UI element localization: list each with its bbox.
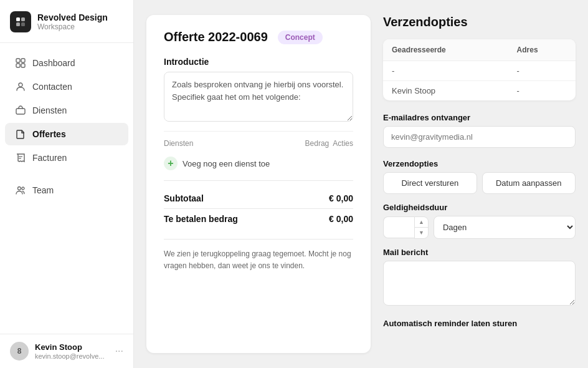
offerte-header: Offerte 2022-0069 Concept <box>164 30 353 44</box>
row1-geadresseerde: - <box>383 61 508 81</box>
direct-versturen-button[interactable]: Direct versturen <box>383 172 477 194</box>
svg-rect-4 <box>16 59 20 62</box>
email-input[interactable] <box>383 126 576 148</box>
table-row: - - <box>383 61 576 81</box>
svg-rect-5 <box>21 59 25 62</box>
main-content: Offerte 2022-0069 Concept Introductie Di… <box>134 0 588 368</box>
avatar: 8 <box>10 342 29 361</box>
geldigheid-label: Geldigheidsduur <box>383 203 576 212</box>
spinner-arrows: ▲ ▼ <box>414 216 429 239</box>
sidebar-item-contacten[interactable]: Contacten <box>5 75 128 98</box>
email-label: E-mailadres ontvanger <box>383 113 576 122</box>
te-betalen-value: € 0,00 <box>329 214 353 224</box>
sidebar-item-facturen[interactable]: Facturen <box>5 147 128 169</box>
offerte-footer-text: We zien je terugkoppeling graag tegemoet… <box>164 239 353 272</box>
svg-point-13 <box>22 187 24 190</box>
subtotaal-value: € 0,00 <box>329 193 353 203</box>
team-icon <box>15 185 26 196</box>
verzend-options: Direct versturen Datum aanpassen <box>383 172 576 194</box>
person-icon <box>15 81 26 92</box>
sidebar-footer: 8 Kevin Stoop kevin.stoop@revolve... ··· <box>0 334 133 368</box>
status-badge: Concept <box>278 31 323 44</box>
verzend-title: Verzendopties <box>383 15 576 29</box>
sidebar-item-offertes[interactable]: Offertes <box>5 123 128 145</box>
mail-textarea[interactable] <box>383 261 576 306</box>
sidebar: Revolved Design Workspace Dashboard <box>0 0 134 368</box>
verzend-options-label: Verzendopties <box>383 159 576 168</box>
row2-adres: - <box>508 81 576 101</box>
intro-textarea[interactable] <box>164 72 353 122</box>
sidebar-item-dashboard[interactable]: Dashboard <box>5 52 128 74</box>
totals-section: Subtotaal € 0,00 Te betalen bedrag € 0,0… <box>164 180 353 229</box>
row1-adres: - <box>508 61 576 81</box>
row2-geadresseerde: Kevin Stoop <box>383 81 508 101</box>
datum-aanpassen-button[interactable]: Datum aanpassen <box>482 172 576 194</box>
adres-table: Geadresseerde Adres - - Kevin Stoop - <box>383 39 576 100</box>
file-icon <box>15 128 26 140</box>
svg-rect-1 <box>21 17 25 21</box>
dashboard-icon <box>15 57 26 69</box>
svg-point-8 <box>19 83 22 87</box>
brand-name: Revolved Design <box>37 12 108 23</box>
sidebar-nav: Dashboard Contacten Diensten <box>0 43 133 334</box>
sidebar-label-diensten: Diensten <box>32 105 67 115</box>
sidebar-item-team[interactable]: Team <box>5 179 128 201</box>
subtotaal-row: Subtotaal € 0,00 <box>164 188 353 208</box>
add-icon: + <box>164 157 178 170</box>
reminder-label: Automatisch reminder laten sturen <box>383 319 576 328</box>
user-name: Kevin Stoop <box>35 342 104 352</box>
geldigheid-unit-select[interactable]: Dagen Weken Maanden <box>434 216 576 239</box>
svg-rect-3 <box>21 22 25 26</box>
sidebar-label-offertes: Offertes <box>32 129 66 139</box>
add-dienst-label: Voeg nog een dienst toe <box>183 159 270 168</box>
app-logo <box>10 11 31 32</box>
intro-label: Introductie <box>164 57 353 67</box>
add-dienst-button[interactable]: + Voeg nog een dienst toe <box>164 152 353 175</box>
subtotaal-label: Subtotaal <box>164 193 204 203</box>
svg-rect-7 <box>21 64 25 67</box>
svg-rect-9 <box>16 109 25 114</box>
svg-rect-0 <box>16 17 20 21</box>
verzend-panel: Verzendopties Geadresseerde Adres - - Ke… <box>383 15 576 353</box>
mail-label: Mail bericht <box>383 248 576 257</box>
table-row: Kevin Stoop - <box>383 81 576 101</box>
col-adres: Adres <box>508 39 576 61</box>
te-betalen-label: Te betalen bedrag <box>164 214 238 224</box>
col-geadresseerde: Geadresseerde <box>383 39 508 61</box>
sidebar-label-team: Team <box>32 185 54 195</box>
diensten-col: Diensten <box>164 139 193 148</box>
user-email: kevin.stoop@revolve... <box>35 352 104 360</box>
geldigheid-input[interactable]: 14 <box>383 216 414 238</box>
receipt-icon <box>15 152 26 163</box>
svg-rect-2 <box>16 22 20 26</box>
sidebar-label-facturen: Facturen <box>32 153 67 163</box>
diensten-header: Diensten Bedrag Acties <box>164 131 353 152</box>
svg-rect-6 <box>16 64 20 67</box>
briefcase-icon <box>15 105 26 116</box>
bedrag-acties-col: Bedrag Acties <box>305 139 353 148</box>
offerte-title: Offerte 2022-0069 <box>164 30 268 44</box>
offerte-card: Offerte 2022-0069 Concept Introductie Di… <box>146 15 371 353</box>
sidebar-label-dashboard: Dashboard <box>32 58 75 68</box>
user-menu-button[interactable]: ··· <box>115 346 123 357</box>
sidebar-item-diensten[interactable]: Diensten <box>5 99 128 122</box>
sidebar-header: Revolved Design Workspace <box>0 0 133 43</box>
spinner-down-button[interactable]: ▼ <box>415 228 428 238</box>
te-betalen-row: Te betalen bedrag € 0,00 <box>164 208 353 229</box>
geldigheid-spinner: 14 ▲ ▼ <box>383 216 429 239</box>
sidebar-label-contacten: Contacten <box>32 82 72 92</box>
brand-sub: Workspace <box>37 22 108 31</box>
geldigheid-row: 14 ▲ ▼ Dagen Weken Maanden <box>383 216 576 239</box>
svg-point-12 <box>18 187 21 190</box>
spinner-up-button[interactable]: ▲ <box>415 217 428 228</box>
